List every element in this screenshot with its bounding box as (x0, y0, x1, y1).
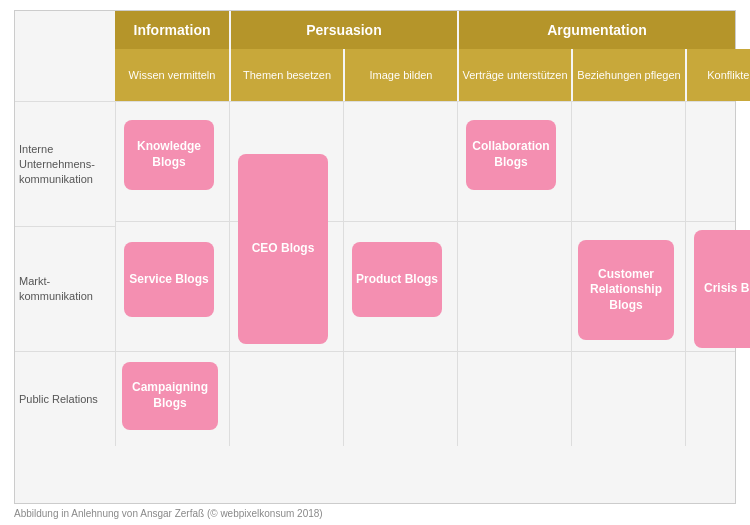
header-persuasion-label: Persuasion (306, 22, 381, 38)
cell-r2c5: Customer Relationship Blogs (571, 222, 685, 351)
subheader-themen: Themen besetzen (229, 49, 343, 101)
campaigning-blogs-box: Campaigning Blogs (122, 362, 218, 430)
collaboration-blogs-box: Collaboration Blogs (466, 120, 556, 190)
cell-r1c3 (343, 102, 457, 221)
customer-relationship-blogs-box: Customer Relationship Blogs (578, 240, 674, 340)
corner-spacer (15, 11, 115, 49)
body-area: Interne Unternehmens-kommunikation Markt… (15, 101, 735, 446)
sub-corner-spacer (15, 49, 115, 101)
subheader-beziehungen: Beziehungen pflegen (571, 49, 685, 101)
grid-container: Knowledge Blogs Collaboration Blogs (115, 101, 735, 446)
cell-r3c3 (343, 352, 457, 446)
subheader-vertraege: Verträge unterstützen (457, 49, 571, 101)
row-labels: Interne Unternehmens-kommunikation Markt… (15, 101, 115, 446)
ceo-blogs-box: CEO Blogs (238, 154, 328, 344)
page-container: Information Persuasion Argumentation Wis… (0, 0, 750, 525)
cell-r3c4 (457, 352, 571, 446)
subheader-konflikte: Konflikte lösen (685, 49, 750, 101)
subheader-image: Image bilden (343, 49, 457, 101)
cell-r3c6 (685, 352, 735, 446)
crisis-blogs-box: Crisis Blogs (694, 230, 750, 348)
cell-r3c1: Campaigning Blogs (115, 352, 229, 446)
matrix-table: Information Persuasion Argumentation Wis… (14, 10, 736, 504)
header-row-top: Information Persuasion Argumentation (15, 11, 735, 49)
grid-row-public: Campaigning Blogs (115, 351, 735, 446)
header-information-label: Information (134, 22, 211, 38)
cell-r1c1: Knowledge Blogs (115, 102, 229, 221)
row-label-markt: Markt-kommunikation (15, 226, 115, 351)
header-argumentation-label: Argumentation (547, 22, 647, 38)
cell-r3c2 (229, 352, 343, 446)
row-label-interne: Interne Unternehmens-kommunikation (15, 101, 115, 226)
cell-r1c4: Collaboration Blogs (457, 102, 571, 221)
cell-r2c3: Product Blogs (343, 222, 457, 351)
header-persuasion: Persuasion (229, 11, 457, 49)
cell-r1c6 (685, 102, 735, 221)
row-label-public: Public Relations (15, 351, 115, 446)
service-blogs-box: Service Blogs (124, 242, 214, 317)
cell-r1c5 (571, 102, 685, 221)
grid-row-interne: Knowledge Blogs Collaboration Blogs (115, 101, 735, 221)
cell-r2c1: Service Blogs (115, 222, 229, 351)
cell-r2c4 (457, 222, 571, 351)
header-row-sub: Wissen vermitteln Themen besetzen Image … (15, 49, 735, 101)
cell-r2c6: Crisis Blogs (685, 222, 735, 351)
header-information: Information (115, 11, 229, 49)
knowledge-blogs-box: Knowledge Blogs (124, 120, 214, 190)
product-blogs-box: Product Blogs (352, 242, 442, 317)
header-argumentation: Argumentation (457, 11, 735, 49)
cell-r3c5 (571, 352, 685, 446)
cell-r2c2: CEO Blogs (229, 222, 343, 351)
subheader-wissen: Wissen vermitteln (115, 49, 229, 101)
caption: Abbildung in Anlehnung von Ansgar Zerfaß… (14, 504, 736, 519)
grid-row-markt: Service Blogs CEO Blogs Product Blogs (115, 221, 735, 351)
